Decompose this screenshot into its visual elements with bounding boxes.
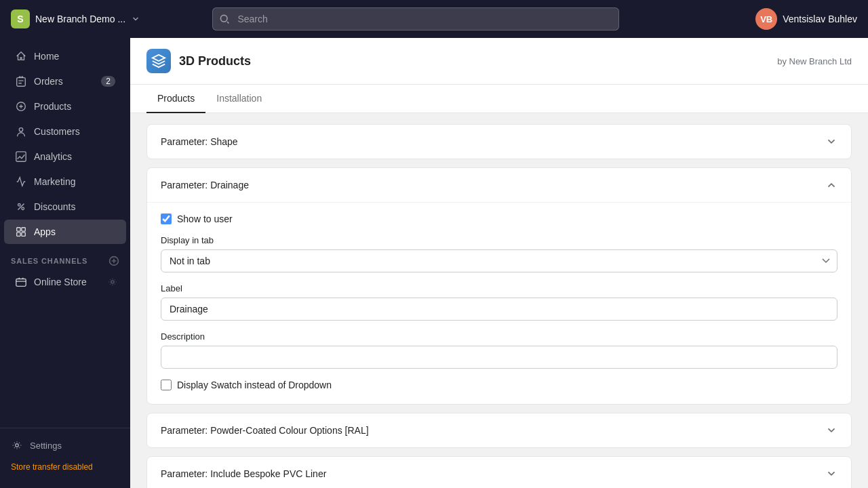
apps-icon [15,226,27,238]
svg-rect-8 [22,228,25,231]
sidebar-item-home[interactable]: Home [4,44,126,68]
sidebar-item-products[interactable]: Products [4,94,126,119]
show-to-user-checkbox[interactable] [161,214,172,224]
settings-label: Settings [30,441,62,451]
svg-point-14 [16,444,19,447]
param-card-shape: Parameter: Shape [146,124,852,159]
sidebar-item-orders-label: Orders [34,76,63,87]
param-bespoke-pvc-header[interactable]: Parameter: Include Bespoke PVC Liner [147,457,851,488]
description-input[interactable] [161,346,837,369]
brand-name: New Branch Demo ... [35,14,125,24]
sidebar-nav: Home Orders 2 Products [0,43,130,428]
label-input[interactable] [161,298,837,321]
brand-dropdown-icon [131,14,140,24]
user-avatar: VB [755,8,777,30]
topbar: S New Branch Demo ... VB Ventsislav Buhl… [0,0,868,38]
online-store-settings-icon[interactable] [107,277,118,287]
svg-rect-7 [17,228,20,231]
chevron-down-icon-powder [825,424,837,436]
app-icon [146,49,171,73]
sidebar-item-analytics-label: Analytics [34,151,72,162]
user-menu[interactable]: VB Ventsislav Buhlev [755,8,857,30]
add-sales-channel-icon[interactable] [108,256,119,266]
settings-icon [11,439,23,451]
sidebar-item-analytics[interactable]: Analytics [4,144,126,169]
analytics-icon [15,150,27,163]
sidebar-item-settings[interactable]: Settings [0,434,130,457]
sidebar-item-apps[interactable]: Apps [4,220,126,244]
description-group: Description [161,331,837,369]
search-bar [212,7,619,30]
param-card-powder-coated: Parameter: Powder-Coated Colour Options … [146,413,852,448]
svg-point-13 [111,281,114,283]
brand-selector[interactable]: S New Branch Demo ... [11,9,140,28]
chevron-down-icon-bespoke [825,468,837,480]
sidebar-item-customers-label: Customers [34,126,80,137]
param-drainage-body: Show to user Display in tab Not in tabTa… [147,202,851,404]
content-area: 3D Products by New Branch Ltd Products I… [130,38,868,488]
sidebar-bottom: Settings Store transfer disabled [0,428,130,483]
main-layout: Home Orders 2 Products [0,38,868,488]
svg-point-5 [18,204,21,207]
discounts-icon [15,201,27,213]
display-swatch-label[interactable]: Display Swatch instead of Dropdown [177,380,332,390]
sidebar-item-discounts-label: Discounts [34,201,75,212]
sales-channels-label: SALES CHANNELS [11,257,87,265]
param-shape-header[interactable]: Parameter: Shape [147,125,851,159]
svg-rect-4 [16,152,26,161]
svg-rect-9 [17,232,20,236]
sidebar-item-online-store[interactable]: Online Store [4,270,126,294]
sidebar-item-home-label: Home [34,51,59,62]
param-powder-coated-header[interactable]: Parameter: Powder-Coated Colour Options … [147,413,851,447]
online-store-icon [15,276,27,288]
svg-point-3 [19,128,22,131]
display-in-tab-label: Display in tab [161,235,837,245]
shopify-logo: S [11,9,30,28]
param-card-bespoke-pvc: Parameter: Include Bespoke PVC Liner [146,456,852,488]
svg-rect-12 [16,279,26,287]
show-to-user-label[interactable]: Show to user [177,214,233,224]
online-store-label: Online Store [34,277,87,287]
orders-icon [15,75,27,87]
tabs-bar: Products Installation [130,85,868,113]
svg-rect-1 [17,78,26,87]
tab-products[interactable]: Products [146,85,205,113]
search-input[interactable] [212,7,619,30]
sidebar-item-marketing[interactable]: Marketing [4,169,126,194]
chevron-down-icon-shape [825,136,837,148]
username-label: Ventsislav Buhlev [783,14,857,24]
sidebar-item-discounts[interactable]: Discounts [4,195,126,219]
tab-installation[interactable]: Installation [205,85,273,113]
app-subtitle: by New Branch Ltd [777,56,852,66]
description-field-label: Description [161,331,837,342]
param-card-drainage: Parameter: Drainage Show to user Display… [146,167,852,405]
param-drainage-title: Parameter: Drainage [161,180,249,190]
svg-point-6 [22,207,24,210]
display-in-tab-group: Display in tab Not in tabTab 1Tab 2 [161,235,837,272]
label-field-label: Label [161,283,837,293]
param-shape-title: Parameter: Shape [161,136,238,147]
svg-rect-10 [22,232,25,236]
display-swatch-checkbox[interactable] [161,380,172,390]
param-drainage-header[interactable]: Parameter: Drainage [147,168,851,202]
app-header: 3D Products by New Branch Ltd [130,38,868,85]
store-transfer-notice: Store transfer disabled [0,457,130,477]
orders-badge: 2 [101,76,115,87]
display-swatch-wrap: Display Swatch instead of Dropdown [161,380,837,390]
page-content: Parameter: Shape Parameter: Drainage [130,113,868,488]
customers-icon [15,125,27,138]
sidebar-item-customers[interactable]: Customers [4,119,126,144]
products-icon [15,100,27,113]
sidebar-item-orders[interactable]: Orders 2 [4,69,126,94]
sidebar-item-marketing-label: Marketing [34,176,75,187]
show-to-user-wrap: Show to user [161,214,837,224]
display-in-tab-select[interactable]: Not in tabTab 1Tab 2 [161,249,837,272]
sidebar-item-products-label: Products [34,101,71,112]
3d-icon [151,54,166,68]
sidebar-item-apps-label: Apps [34,226,56,237]
marketing-icon [15,176,27,188]
app-title: 3D Products [179,54,251,68]
home-icon [15,50,27,62]
param-bespoke-pvc-title: Parameter: Include Bespoke PVC Liner [161,468,326,479]
chevron-up-icon-drainage [825,179,837,191]
